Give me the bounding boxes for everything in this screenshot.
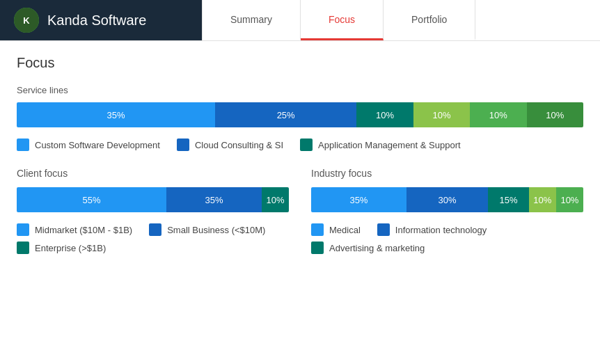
- legend-item: Application Management & Support: [300, 139, 461, 151]
- client-focus-legend: Midmarket ($10M - $1B)Small Business (<$…: [17, 223, 289, 254]
- bar-segment: 35%: [311, 187, 406, 212]
- service-lines-label: Service lines: [17, 85, 583, 95]
- legend-label: Cloud Consulting & SI: [195, 140, 283, 150]
- legend-label: Midmarket ($10M - $1B): [35, 225, 132, 235]
- legend-item: Custom Software Development: [17, 139, 160, 151]
- tab-summary[interactable]: Summary: [203, 0, 301, 40]
- legend-label: Medical: [329, 225, 361, 235]
- legend-item: Medical: [311, 223, 361, 236]
- legend-label: Information technology: [395, 225, 487, 235]
- legend-item: Enterprise (>$1B): [17, 242, 106, 254]
- main-content: Focus Service lines 35%25%10%10%10%10% C…: [0, 41, 600, 285]
- bar-segment: 10%: [529, 187, 556, 212]
- tab-focus[interactable]: Focus: [301, 0, 384, 40]
- brand-area: K Kanda Software: [0, 0, 202, 40]
- industry-focus-col: Industry focus 35%30%15%10%10% MedicalIn…: [311, 168, 583, 271]
- bar-segment: 10%: [470, 102, 526, 127]
- legend-item: Midmarket ($10M - $1B): [17, 223, 132, 236]
- legend-item: Small Business (<$10M): [149, 223, 265, 236]
- legend-swatch: [311, 223, 324, 236]
- bar-segment: 10%: [527, 102, 583, 127]
- industry-focus-legend: MedicalInformation technologyAdvertising…: [311, 223, 583, 254]
- bar-segment: 15%: [488, 187, 529, 212]
- page-title: Focus: [17, 55, 583, 71]
- client-focus-label: Client focus: [17, 168, 289, 179]
- legend-swatch: [377, 223, 390, 236]
- bar-segment: 35%: [166, 187, 262, 212]
- legend-item: Cloud Consulting & SI: [177, 139, 283, 151]
- client-focus-bar: 55%35%10%: [17, 187, 289, 212]
- bar-segment: 55%: [17, 187, 166, 212]
- legend-item: Advertising & marketing: [311, 242, 425, 254]
- bar-segment: 25%: [215, 102, 357, 127]
- brand-title: Kanda Software: [47, 13, 146, 29]
- bar-segment: 30%: [406, 187, 488, 212]
- legend-label: Advertising & marketing: [329, 243, 425, 253]
- legend-swatch: [177, 139, 189, 151]
- brand-logo: K: [14, 8, 39, 33]
- tab-portfolio[interactable]: Portfolio: [384, 0, 475, 40]
- legend-swatch: [17, 242, 29, 254]
- industry-focus-label: Industry focus: [311, 168, 583, 179]
- service-lines-legend: Custom Software DevelopmentCloud Consult…: [17, 139, 583, 151]
- legend-swatch: [17, 223, 29, 236]
- bar-segment: 10%: [356, 102, 413, 127]
- legend-label: Application Management & Support: [318, 140, 461, 150]
- client-focus-col: Client focus 55%35%10% Midmarket ($10M -…: [17, 168, 289, 271]
- svg-text:K: K: [23, 15, 30, 26]
- bar-segment: 10%: [556, 187, 583, 212]
- service-lines-section: Service lines 35%25%10%10%10%10% Custom …: [17, 85, 583, 151]
- bar-segment: 35%: [17, 102, 215, 127]
- legend-swatch: [149, 223, 161, 236]
- bar-segment: 10%: [262, 187, 289, 212]
- industry-focus-bar: 35%30%15%10%10%: [311, 187, 583, 212]
- legend-label: Enterprise (>$1B): [35, 243, 106, 253]
- legend-label: Small Business (<$10M): [167, 225, 265, 235]
- header-nav: Summary Focus Portfolio: [202, 0, 600, 40]
- legend-swatch: [311, 242, 324, 254]
- bar-segment: 10%: [413, 102, 470, 127]
- legend-item: Information technology: [377, 223, 487, 236]
- two-col-section: Client focus 55%35%10% Midmarket ($10M -…: [17, 168, 583, 271]
- legend-swatch: [300, 139, 313, 151]
- legend-label: Custom Software Development: [35, 140, 160, 150]
- legend-swatch: [17, 139, 29, 151]
- header: K Kanda Software Summary Focus Portfolio: [0, 0, 600, 41]
- service-lines-bar: 35%25%10%10%10%10%: [17, 102, 583, 127]
